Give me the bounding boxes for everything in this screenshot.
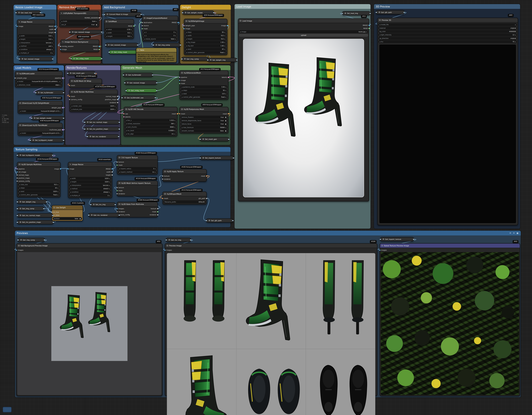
output-dot[interactable]	[43, 208, 44, 209]
input-dot[interactable]	[105, 44, 106, 46]
decrement-arrow[interactable]: ◀	[379, 41, 380, 42]
widget-seed[interactable]: ◀seed123▶	[180, 92, 228, 95]
increment-arrow[interactable]: ▶	[52, 45, 53, 47]
widget-fov[interactable]: ◀fov75▶	[378, 40, 517, 43]
widget-seed[interactable]: ◀seed1024▶	[18, 190, 59, 193]
decrement-arrow[interactable]: ◀	[19, 191, 20, 192]
group-header-rendertextures[interactable]: RenderTextures	[65, 65, 120, 70]
load_paint_model[interactable]: (Down)Load Hy3D PaintModelmultiview_pipe…	[18, 123, 62, 136]
port-dot[interactable]	[206, 198, 207, 199]
decrement-arrow[interactable]: ◀	[181, 127, 182, 128]
input-texture[interactable]: texture	[118, 160, 124, 164]
widget-width[interactable]: ◀width518▶	[18, 34, 54, 37]
input-mask[interactable]: mask	[118, 189, 125, 192]
load_image[interactable]: Load ImageIMAGEMASK◀imageboots.jpg▶uploa…	[238, 18, 369, 201]
get_img_comp_d[interactable]: Get_img_comp	[181, 57, 209, 61]
port-dot[interactable]	[157, 214, 158, 216]
get_mv_position_maps[interactable]: Get_mv_position_maps	[17, 220, 54, 224]
increment-arrow[interactable]: ▶	[109, 191, 110, 193]
increment-arrow[interactable]: ▶	[366, 31, 367, 32]
port-dot[interactable]	[178, 22, 179, 23]
port-dot[interactable]	[117, 99, 118, 100]
decrement-arrow[interactable]: ◀	[19, 49, 20, 50]
set_mv_img[interactable]: Set_mv_img	[90, 202, 116, 207]
decrement-arrow[interactable]: ◀	[186, 45, 187, 47]
widget-height[interactable]: ◀height1024▶	[69, 180, 111, 183]
output-IMAGE[interactable]: IMAGE	[363, 24, 368, 27]
output-dot[interactable]	[119, 122, 120, 123]
collapse-indicator-icon[interactable]	[164, 193, 166, 195]
toggle-knob[interactable]	[225, 123, 226, 125]
widget-box_v[interactable]: ◀box_v1.010▶	[125, 119, 176, 122]
set_mv_normal_maps[interactable]: Set_mv_normal_maps	[84, 120, 120, 124]
set_hy3dmodel[interactable]: Set_hy3dmodel	[35, 90, 64, 95]
widget-mc_algo[interactable]: ◀mc_algomc▶	[125, 132, 176, 135]
decrement-arrow[interactable]: ◀	[126, 123, 127, 124]
increment-arrow[interactable]: ▶	[52, 49, 53, 50]
output-dot[interactable]	[63, 140, 64, 141]
postprocess_mesh[interactable]: Hy3D Postprocess Meshmeshmeshremove_floa…	[180, 107, 228, 133]
port-dot[interactable]	[112, 171, 113, 173]
output-dot[interactable]	[137, 44, 138, 46]
input-dot[interactable]	[31, 118, 32, 119]
image_resize_2[interactable]: ✎Image ResizeimageIMAGEwidthheight◀width…	[68, 162, 112, 198]
widget-filename_prefix[interactable]: filename_prefix3DHy3D	[163, 200, 206, 204]
decrement-arrow[interactable]: ◀	[19, 52, 20, 54]
widget-seed[interactable]: ◀seed42▶	[185, 48, 226, 51]
output-image[interactable]: image	[54, 168, 59, 170]
output-dot[interactable]	[180, 44, 181, 46]
widget-steps[interactable]: ◀steps50▶	[180, 89, 228, 92]
input-normal_maps[interactable]: normal_maps	[18, 174, 30, 177]
widget-remove_floaters[interactable]: remove_floaterstrue	[180, 116, 228, 119]
delight_image[interactable]: Hy3DDelightImagedelight_pipeimageimage◀s…	[184, 19, 228, 55]
increment-arrow[interactable]: ▶	[52, 35, 53, 37]
output-renderer[interactable]: renderer	[150, 213, 157, 216]
input-dot[interactable]	[181, 59, 182, 59]
get_glb_path[interactable]: Get_glb_path	[376, 10, 405, 14]
input-pipeline[interactable]: pipeline	[180, 76, 187, 79]
increment-arrow[interactable]: ▶	[225, 35, 225, 36]
output-MASK[interactable]: MASK	[363, 27, 368, 30]
increment-arrow[interactable]: ▶	[59, 81, 60, 82]
widget-control_after_generate[interactable]: ◀control_after_generatefixed▶	[180, 96, 228, 99]
node-header[interactable]: ✎Image Remove Background	[61, 40, 99, 44]
node-header[interactable]: Hy3D VAE Decode	[124, 107, 177, 112]
group-header-resize[interactable]: Resize Loaded Image	[14, 5, 56, 10]
collapse-indicator-icon[interactable]	[19, 102, 21, 104]
decrement-arrow[interactable]: ◀	[119, 168, 120, 169]
collapse-dot[interactable]	[126, 74, 127, 76]
input-dot[interactable]	[70, 58, 72, 59]
minimized-widget[interactable]	[3, 407, 12, 412]
get_mv_img_pv[interactable]: Get_mv_img	[166, 238, 191, 242]
collapse-dot[interactable]	[184, 58, 186, 59]
set_glb_path[interactable]: Set_glb_path	[206, 218, 233, 222]
port-dot[interactable]	[206, 176, 207, 177]
output-dot[interactable]	[101, 58, 102, 59]
node-header[interactable]: ImageCompositeMasked	[142, 16, 178, 20]
get_resized_image_56[interactable]: Get_resized_image	[69, 30, 102, 34]
decrement-arrow[interactable]: ◀	[106, 29, 107, 30]
output-IMAGE[interactable]: IMAGE	[93, 45, 98, 48]
set_mesh_gen[interactable]: Set_mesh_gen	[200, 137, 229, 141]
collapse-dot[interactable]	[379, 11, 380, 13]
set_hy3dpaint_model[interactable]: Set_hy3dpaint_model	[30, 138, 64, 142]
widget-control_after_generate[interactable]: ◀control_after_generatefixed▶	[18, 193, 59, 196]
decrement-arrow[interactable]: ◀	[186, 52, 187, 53]
decrement-arrow[interactable]: ◀	[20, 132, 20, 134]
increment-arrow[interactable]: ▶	[175, 38, 176, 40]
decrement-arrow[interactable]: ◀	[70, 188, 71, 189]
generate_mesh[interactable]: Hy3DGenerateMeshpipelineimagemasklatents…	[180, 70, 228, 100]
input-images[interactable]: images	[118, 207, 130, 210]
get_resized_image_ab[interactable]: Get_resized_image	[105, 43, 138, 47]
increment-arrow[interactable]: ▶	[57, 187, 58, 188]
decrement-arrow[interactable]: ◀	[20, 110, 20, 112]
port-dot[interactable]	[112, 174, 113, 176]
decrement-arrow[interactable]: ◀	[19, 184, 20, 185]
widget-x[interactable]: ◀x0▶	[143, 31, 177, 34]
widget-interpolation[interactable]: ◀interpolationlanczos▶	[69, 184, 111, 187]
decrement-arrow[interactable]: ◀	[126, 126, 127, 128]
decrement-arrow[interactable]: ◀	[186, 38, 187, 40]
node-header[interactable]: ✎Image Resize	[17, 20, 55, 24]
output-normal_maps[interactable]: normal_maps	[105, 95, 117, 98]
collapse-dot[interactable]	[33, 139, 34, 141]
